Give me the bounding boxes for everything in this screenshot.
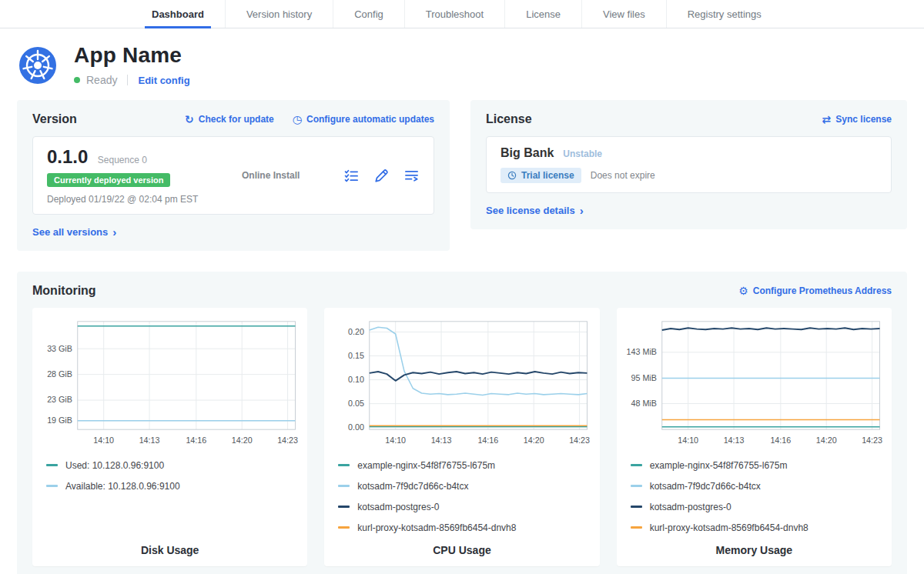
disk-usage-chart: 14:1014:1314:1614:2014:2333 GiB28 GiB23 … <box>40 315 300 449</box>
version-sequence: Sequence 0 <box>98 155 147 165</box>
svg-text:28 GiB: 28 GiB <box>47 369 72 379</box>
legend-item: kotsadm-7f9dc7d66c-b4tcx <box>338 481 585 492</box>
gear-icon: ⚙ <box>738 285 748 296</box>
trial-license-label: Trial license <box>521 170 574 181</box>
license-customer-name: Big Bank <box>500 146 554 160</box>
tab-view-files[interactable]: View files <box>581 0 666 28</box>
legend-label: kurl-proxy-kotsadm-8569fb6454-dnvh8 <box>650 522 808 533</box>
memory-usage-chart: 14:1014:1314:1614:2014:23143 MiB95 MiB48… <box>624 315 884 449</box>
configure-automatic-updates-label: Configure automatic updates <box>306 114 434 125</box>
legend-label: example-nginx-54f8f76755-l675m <box>357 460 495 471</box>
svg-text:14:23: 14:23 <box>569 436 590 445</box>
top-nav: Dashboard Version history Config Trouble… <box>0 0 924 28</box>
tab-config[interactable]: Config <box>333 0 404 28</box>
cards-row: Version ↻ Check for update ◷ Configure a… <box>0 92 924 251</box>
tab-license[interactable]: License <box>504 0 581 28</box>
license-channel: Unstable <box>563 149 602 159</box>
svg-text:0.00: 0.00 <box>348 422 364 432</box>
svg-text:14:13: 14:13 <box>723 436 744 445</box>
svg-text:0.05: 0.05 <box>348 399 364 408</box>
legend-item: kotsadm-postgres-0 <box>338 502 585 512</box>
svg-text:143 MiB: 143 MiB <box>626 347 656 356</box>
legend-swatch-icon <box>631 464 642 466</box>
svg-text:14:20: 14:20 <box>524 436 544 445</box>
kubernetes-logo-icon <box>18 46 57 85</box>
svg-text:14:16: 14:16 <box>478 436 499 445</box>
tab-registry-settings[interactable]: Registry settings <box>666 0 782 28</box>
check-for-update-link[interactable]: ↻ Check for update <box>185 114 274 125</box>
legend-item: kotsadm-postgres-0 <box>631 502 878 512</box>
legend-label: kurl-proxy-kotsadm-8569fb6454-dnvh8 <box>357 522 516 533</box>
version-card: Version ↻ Check for update ◷ Configure a… <box>17 100 450 251</box>
legend-label: kotsadm-postgres-0 <box>650 502 732 512</box>
legend-label: example-nginx-54f8f76755-l675m <box>650 460 788 471</box>
app-header: App Name Ready Edit config <box>0 28 924 92</box>
install-type: Online Install <box>242 170 300 181</box>
configure-automatic-updates-link[interactable]: ◷ Configure automatic updates <box>293 114 434 125</box>
disk-usage-legend: Used: 10.128.0.96:9100Available: 10.128.… <box>46 460 293 492</box>
svg-text:95 MiB: 95 MiB <box>631 373 656 382</box>
clock-refresh-icon: ◷ <box>293 114 302 125</box>
svg-text:0.10: 0.10 <box>348 375 364 384</box>
license-card: License ⇄ Sync license Big Bank Unstable… <box>470 100 907 229</box>
legend-swatch-icon <box>338 485 350 487</box>
release-notes-icon[interactable] <box>343 168 360 184</box>
svg-text:14:16: 14:16 <box>770 436 791 445</box>
see-all-versions-link[interactable]: See all versions › <box>32 226 116 238</box>
license-expiry: Does not expire <box>591 170 655 181</box>
tab-dashboard[interactable]: Dashboard <box>131 0 225 28</box>
svg-text:14:10: 14:10 <box>678 436 698 445</box>
memory-usage-panel: 14:1014:1314:1614:2014:23143 MiB95 MiB48… <box>617 308 892 566</box>
cpu-usage-title: CPU Usage <box>332 533 591 556</box>
see-license-details-label: See license details <box>486 205 575 216</box>
memory-usage-legend: example-nginx-54f8f76755-l675mkotsadm-7f… <box>631 460 878 533</box>
svg-text:48 MiB: 48 MiB <box>631 399 656 408</box>
legend-label: kotsadm-7f9dc7d66c-b4tcx <box>650 481 761 492</box>
see-all-versions-label: See all versions <box>32 226 108 238</box>
app-status: Ready <box>86 74 117 86</box>
legend-swatch-icon <box>631 526 642 529</box>
svg-text:14:23: 14:23 <box>277 436 298 445</box>
legend-label: kotsadm-7f9dc7d66c-b4tcx <box>357 481 468 492</box>
sync-icon: ⇄ <box>822 114 832 125</box>
svg-text:14:10: 14:10 <box>386 436 407 445</box>
legend-item: Available: 10.128.0.96:9100 <box>46 481 293 492</box>
deployed-timestamp: Deployed 01/19/22 @ 02:04 pm EST <box>47 194 198 205</box>
sync-license-link[interactable]: ⇄ Sync license <box>822 114 892 125</box>
svg-text:19 GiB: 19 GiB <box>47 415 72 425</box>
app-title: App Name <box>74 43 190 68</box>
legend-swatch-icon <box>338 464 350 466</box>
deploy-logs-icon[interactable] <box>403 168 420 184</box>
see-license-details-link[interactable]: See license details › <box>486 205 584 216</box>
cpu-usage-panel: 14:1014:1314:1614:2014:230.200.150.100.0… <box>324 308 599 566</box>
svg-text:33 GiB: 33 GiB <box>47 344 72 353</box>
legend-swatch-icon <box>46 464 58 466</box>
legend-item: Used: 10.128.0.96:9100 <box>46 460 293 471</box>
clock-icon <box>507 171 517 180</box>
configure-prometheus-label: Configure Prometheus Address <box>753 285 892 296</box>
svg-text:0.15: 0.15 <box>348 351 364 360</box>
svg-text:23 GiB: 23 GiB <box>47 395 72 404</box>
configure-prometheus-link[interactable]: ⚙ Configure Prometheus Address <box>738 285 892 296</box>
divider <box>127 75 128 85</box>
legend-item: kurl-proxy-kotsadm-8569fb6454-dnvh8 <box>631 522 878 533</box>
tab-version-history[interactable]: Version history <box>225 0 333 28</box>
disk-usage-panel: 14:1014:1314:1614:2014:2333 GiB28 GiB23 … <box>32 308 307 566</box>
legend-swatch-icon <box>338 506 350 508</box>
svg-text:14:16: 14:16 <box>186 436 206 445</box>
edit-config-link[interactable]: Edit config <box>138 75 189 86</box>
svg-text:14:20: 14:20 <box>815 436 836 445</box>
chevron-right-icon: › <box>580 205 584 216</box>
chevron-right-icon: › <box>112 226 116 238</box>
legend-item: kurl-proxy-kotsadm-8569fb6454-dnvh8 <box>338 522 585 533</box>
deployed-badge: Currently deployed version <box>47 173 170 187</box>
svg-text:14:23: 14:23 <box>862 436 882 445</box>
legend-item: example-nginx-54f8f76755-l675m <box>631 460 878 471</box>
monitoring-title: Monitoring <box>32 284 96 298</box>
legend-label: Used: 10.128.0.96:9100 <box>65 460 164 471</box>
cpu-usage-chart: 14:1014:1314:1614:2014:230.200.150.100.0… <box>332 315 591 449</box>
edit-config-icon[interactable] <box>373 168 390 184</box>
svg-text:14:20: 14:20 <box>232 436 253 445</box>
license-card-title: License <box>486 112 532 126</box>
tab-troubleshoot[interactable]: Troubleshoot <box>404 0 504 28</box>
